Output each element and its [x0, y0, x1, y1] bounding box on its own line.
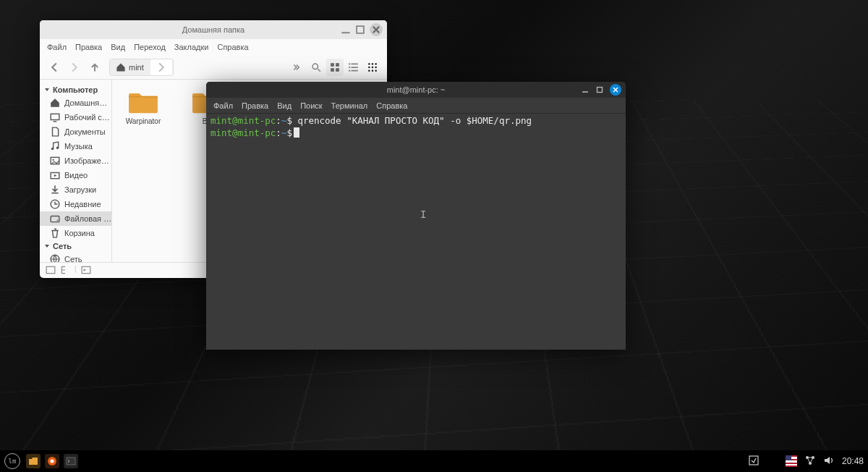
- svg-point-16: [372, 69, 373, 71]
- terminal-window: mint@mint-pc: ~ Файл Правка Вид Поиск Те…: [206, 82, 626, 350]
- sidebar-item-home[interactable]: Домашня…: [40, 96, 111, 110]
- search-button[interactable]: [307, 59, 325, 76]
- svg-point-1: [312, 64, 318, 69]
- status-terminal-icon[interactable]: [81, 265, 91, 277]
- taskbar-browser[interactable]: [45, 454, 59, 468]
- svg-point-11: [375, 63, 377, 64]
- taskbar-terminal[interactable]: [64, 454, 78, 468]
- svg-point-9: [368, 63, 370, 64]
- status-places-icon[interactable]: [46, 265, 56, 277]
- menu-go[interactable]: Переход: [134, 43, 166, 51]
- nav-back-button[interactable]: [46, 59, 63, 76]
- menu-edit[interactable]: Правка: [75, 43, 102, 51]
- terminal-titlebar[interactable]: mint@mint-pc: ~: [206, 82, 626, 98]
- terminal-menubar: Файл Правка Вид Поиск Терминал Справка: [206, 98, 626, 114]
- svg-text:lm: lm: [9, 458, 17, 465]
- terminal-body[interactable]: I mint@mint-pc:~$ qrencode "КАНАЛ ПРОСТО…: [206, 114, 626, 350]
- svg-rect-25: [51, 216, 59, 222]
- svg-rect-18: [51, 114, 59, 119]
- svg-point-27: [51, 255, 59, 262]
- sidebar-group-network[interactable]: Сеть: [40, 240, 111, 252]
- svg-rect-3: [336, 63, 339, 67]
- view-compact-button[interactable]: [364, 59, 381, 76]
- tray-shield-icon[interactable]: [767, 455, 778, 468]
- window-close-button[interactable]: [370, 23, 383, 36]
- status-tree-icon[interactable]: [60, 265, 70, 277]
- sidebar-item-doc[interactable]: Документы: [40, 125, 111, 139]
- nav-up-button[interactable]: [86, 59, 103, 76]
- menu-view[interactable]: Вид: [111, 43, 125, 51]
- system-tray: 20:48: [748, 455, 864, 468]
- svg-rect-2: [331, 63, 334, 67]
- svg-point-20: [56, 147, 59, 150]
- path-segment-next[interactable]: [150, 59, 173, 75]
- svg-rect-0: [357, 26, 364, 33]
- svg-rect-38: [67, 458, 75, 465]
- svg-point-17: [375, 69, 377, 71]
- menu-file[interactable]: Файл: [47, 43, 67, 51]
- taskbar-files[interactable]: [26, 454, 41, 468]
- sidebar-item-video[interactable]: Видео: [40, 168, 111, 182]
- svg-point-14: [375, 66, 377, 67]
- svg-rect-4: [331, 68, 334, 72]
- sidebar-item-image[interactable]: Изображе…: [40, 153, 111, 168]
- window-maximize-button[interactable]: [355, 25, 365, 35]
- svg-point-37: [51, 460, 54, 463]
- filemanager-sidebar: Компьютер Домашня…Рабочий с…ДокументыМуз…: [40, 80, 112, 262]
- terminal-line: mint@mint-pc:~$ qrencode "КАНАЛ ПРОСТО К…: [210, 115, 621, 127]
- filemanager-menubar: Файл Правка Вид Переход Закладки Справка: [40, 39, 387, 55]
- svg-point-15: [368, 69, 370, 71]
- menu-help[interactable]: Справка: [376, 101, 407, 110]
- path-segment-home[interactable]: mint: [110, 59, 150, 75]
- tray-updates-icon[interactable]: [748, 455, 760, 468]
- svg-rect-39: [749, 456, 758, 465]
- svg-point-19: [51, 148, 54, 151]
- path-bar[interactable]: mint: [109, 59, 174, 76]
- view-list-button[interactable]: [345, 59, 362, 76]
- tray-clock[interactable]: 20:48: [842, 456, 864, 466]
- svg-point-26: [57, 219, 59, 221]
- svg-rect-32: [46, 266, 55, 273]
- sidebar-group-computer[interactable]: Компьютер: [40, 84, 111, 96]
- view-icons-button[interactable]: [326, 59, 344, 76]
- svg-point-22: [53, 159, 54, 161]
- tray-network-icon[interactable]: [804, 455, 816, 468]
- sidebar-item-disk[interactable]: Файловая …: [40, 211, 111, 226]
- start-menu-button[interactable]: lm: [4, 453, 20, 469]
- bottom-panel: lm 20:48: [0, 450, 868, 472]
- home-icon: [116, 62, 126, 72]
- menu-help[interactable]: Справка: [217, 43, 248, 51]
- svg-point-13: [372, 66, 373, 67]
- folder-item[interactable]: Warpinator: [118, 87, 169, 125]
- sidebar-item-download[interactable]: Загрузки: [40, 182, 111, 197]
- terminal-title: mint@mint-pc: ~: [387, 85, 446, 94]
- svg-rect-5: [336, 68, 339, 72]
- window-close-button[interactable]: [610, 84, 621, 96]
- window-minimize-button[interactable]: [341, 25, 351, 35]
- nav-forward-button[interactable]: [66, 59, 83, 76]
- svg-point-8: [349, 69, 350, 71]
- text-cursor-icon: I: [420, 208, 426, 222]
- sidebar-item-recent[interactable]: Недавние: [40, 197, 111, 211]
- filemanager-toolbar: mint: [40, 55, 387, 80]
- sidebar-item-network[interactable]: Сеть: [40, 252, 111, 262]
- tray-volume-icon[interactable]: [823, 455, 835, 468]
- tray-keyboard-layout[interactable]: [786, 455, 797, 467]
- menu-bookmarks[interactable]: Закладки: [174, 43, 209, 51]
- svg-rect-34: [597, 88, 603, 93]
- filemanager-titlebar[interactable]: Домашняя папка: [40, 20, 387, 39]
- sidebar-item-music[interactable]: Музыка: [40, 139, 111, 153]
- toggle-pathbar-button[interactable]: [289, 59, 306, 76]
- sidebar-item-trash[interactable]: Корзина: [40, 226, 111, 240]
- svg-point-7: [349, 66, 350, 67]
- svg-point-10: [372, 63, 373, 64]
- menu-search[interactable]: Поиск: [300, 101, 322, 110]
- sidebar-item-desktop[interactable]: Рабочий с…: [40, 110, 111, 125]
- taskbar: [26, 454, 78, 468]
- menu-view[interactable]: Вид: [277, 101, 292, 110]
- window-maximize-button[interactable]: [595, 85, 604, 94]
- window-minimize-button[interactable]: [581, 85, 590, 94]
- menu-terminal[interactable]: Терминал: [331, 101, 368, 110]
- menu-edit[interactable]: Правка: [242, 101, 268, 110]
- menu-file[interactable]: Файл: [213, 101, 233, 110]
